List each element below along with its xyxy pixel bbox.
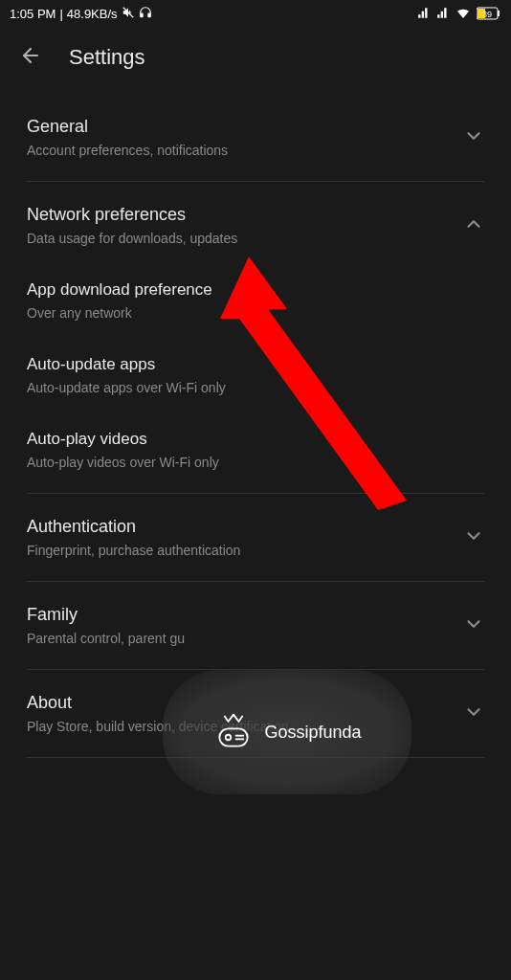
item-auto-play-videos[interactable]: Auto-play videos Auto-play videos over W… (27, 395, 484, 494)
chevron-down-icon (463, 125, 484, 150)
section-authentication[interactable]: Authentication Fingerprint, purchase aut… (27, 494, 484, 582)
section-title: General (27, 117, 452, 137)
section-sub: Auto-play videos over Wi-Fi only (27, 455, 484, 470)
section-family[interactable]: Family Parental control, parent gu (27, 582, 484, 670)
section-sub: Data usage for downloads, updates (27, 231, 452, 246)
status-left: 1:05 PM | 48.9KB/s (10, 6, 152, 22)
chevron-down-icon (463, 613, 484, 638)
chevron-down-icon (463, 702, 484, 726)
signal-icon (417, 6, 431, 22)
mute-icon (122, 6, 135, 22)
svg-rect-2 (147, 13, 149, 17)
status-right: 39 (417, 5, 501, 23)
section-network[interactable]: Network preferences Data usage for downl… (27, 182, 484, 246)
section-sub: Auto-update apps over Wi-Fi only (27, 380, 484, 395)
section-sub: Account preferences, notifications (27, 143, 452, 158)
back-icon[interactable] (19, 44, 42, 71)
header: Settings (0, 27, 511, 94)
headphones-icon (139, 6, 152, 22)
svg-rect-5 (498, 11, 500, 16)
section-title: About (27, 693, 452, 713)
section-sub: Fingerprint, purchase authentication (27, 543, 452, 558)
battery-icon: 39 (477, 7, 501, 20)
section-general[interactable]: General Account preferences, notificatio… (27, 94, 484, 182)
status-time: 1:05 PM (10, 7, 56, 21)
status-sep: | (59, 7, 62, 21)
section-title: Authentication (27, 517, 452, 537)
chevron-up-icon (463, 213, 484, 238)
item-app-download-preference[interactable]: App download preference Over any network (27, 246, 484, 321)
status-bar: 1:05 PM | 48.9KB/s 39 (0, 0, 511, 27)
chevron-down-icon (463, 525, 484, 550)
section-title: App download preference (27, 280, 484, 300)
svg-rect-1 (140, 13, 142, 17)
settings-list: General Account preferences, notificatio… (0, 94, 511, 758)
status-speed: 48.9KB/s (67, 7, 118, 21)
section-title: Auto-play videos (27, 430, 484, 449)
page-title: Settings (69, 45, 145, 70)
section-sub: Parental control, parent gu (27, 631, 452, 646)
battery-text: 39 (482, 10, 492, 19)
section-title: Auto-update apps (27, 355, 484, 374)
wifi-icon (455, 5, 471, 23)
section-sub: Play Store, build version, device certif… (27, 719, 452, 734)
item-auto-update-apps[interactable]: Auto-update apps Auto-update apps over W… (27, 321, 484, 395)
signal-icon (436, 6, 450, 22)
section-title: Family (27, 605, 452, 625)
section-sub: Over any network (27, 305, 484, 321)
section-title: Network preferences (27, 205, 452, 225)
section-about[interactable]: About Play Store, build version, device … (27, 670, 484, 758)
